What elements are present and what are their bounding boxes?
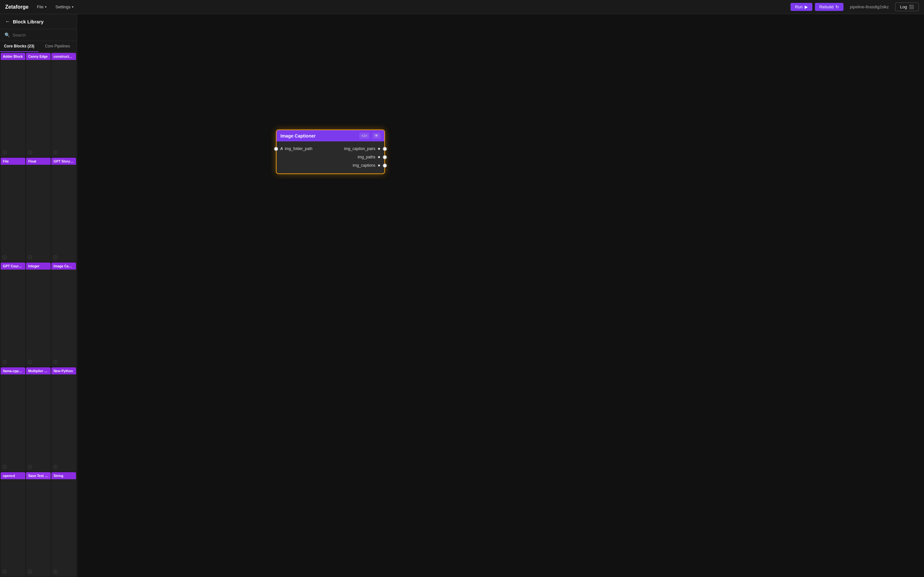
search-input[interactable]: [13, 33, 72, 37]
port-right-img-paths: img_paths ★: [358, 155, 384, 159]
block-gpt-course-label: GPT Course of actions: [1, 263, 25, 269]
block-gpt-story-label: GPT Story Teller: [51, 158, 76, 165]
port-row-img-paths: img_paths ★: [276, 153, 384, 161]
settings-menu[interactable]: Settings ▾: [52, 3, 77, 11]
back-arrow-icon[interactable]: ←: [5, 19, 10, 24]
block-integer[interactable]: Integer ⓘ: [26, 263, 51, 367]
rebuild-label: Rebuild: [819, 5, 834, 9]
tabs: Core Blocks (23) Core Pipelines: [0, 41, 77, 52]
node-actions: </> 👁: [359, 133, 381, 139]
block-gpt-course[interactable]: GPT Course of actions ⓘ: [1, 263, 25, 367]
tab-core-pipelines[interactable]: Core Pipelines: [39, 41, 77, 52]
block-string-label: String: [51, 472, 76, 479]
block-integer-label: Integer: [26, 263, 51, 269]
info-icon: ⓘ: [28, 359, 32, 365]
info-icon: ⓘ: [53, 464, 57, 470]
port-dot-left[interactable]: [274, 147, 278, 151]
search-icon: 🔍: [5, 32, 10, 37]
file-chevron-icon: ▾: [45, 5, 47, 9]
info-icon: ⓘ: [3, 150, 7, 155]
info-icon: ⓘ: [3, 255, 7, 260]
block-save-text[interactable]: Save Text Block ⓘ: [26, 472, 51, 576]
text-type-icon: A: [280, 147, 283, 151]
star-icon: ★: [377, 147, 381, 151]
block-llama[interactable]: llama-cpp-python ⓘ: [1, 367, 25, 472]
log-button[interactable]: Log ⬛: [895, 3, 919, 11]
port-label-img-caption-pairs: img_caption_pairs: [344, 147, 375, 151]
port-label-img-paths: img_paths: [358, 155, 375, 159]
log-icon: ⬛: [909, 5, 914, 9]
run-button[interactable]: Run ▶: [790, 3, 813, 11]
block-save-text-label: Save Text Block: [26, 472, 51, 479]
node-header: Image Captioner </> 👁: [276, 130, 384, 141]
star-icon: ★: [377, 155, 381, 159]
sidebar-title: Block Library: [13, 19, 44, 24]
port-dot-right-img-paths[interactable]: [383, 155, 387, 159]
sidebar: ← Block Library 🔍 Core Blocks (23) Core …: [0, 14, 77, 577]
block-adder-label: Adder Block: [1, 53, 25, 60]
info-icon: ⓘ: [3, 569, 7, 575]
block-file[interactable]: File ⓘ: [1, 158, 25, 262]
block-file-label: File: [1, 158, 25, 165]
info-icon: ⓘ: [28, 150, 32, 155]
eye-action-button[interactable]: 👁: [373, 133, 381, 139]
block-multiplier[interactable]: Multiplier Block ⓘ: [26, 367, 51, 472]
block-construct-label: construct_visualizat...: [51, 53, 76, 60]
file-menu-label: File: [37, 5, 44, 9]
block-adder[interactable]: Adder Block ⓘ: [1, 53, 25, 157]
topnav: Zetaforge File ▾ Settings ▾ Run ▶ Rebuil…: [0, 0, 924, 14]
block-canny[interactable]: Canny Edge ⓘ: [26, 53, 51, 157]
port-row-img-captions: img_captions ★: [276, 161, 384, 169]
block-float[interactable]: Float ⓘ: [26, 158, 51, 262]
info-icon: ⓘ: [53, 569, 57, 575]
info-icon: ⓘ: [28, 255, 32, 260]
run-label: Run: [795, 5, 803, 9]
file-menu[interactable]: File ▾: [34, 3, 50, 11]
node-body: A img_folder_path img_caption_pairs ★ im…: [276, 141, 384, 173]
settings-menu-label: Settings: [55, 5, 71, 9]
block-opencd-label: opencd: [1, 472, 25, 479]
rebuild-refresh-icon: ↻: [835, 5, 839, 9]
info-icon: ⓘ: [28, 569, 32, 575]
pipeline-id: pipeline-8rasdlg2slkz: [846, 5, 893, 9]
info-icon: ⓘ: [53, 150, 57, 155]
log-label: Log: [900, 5, 907, 9]
port-right-img-captions: img_captions ★: [352, 163, 384, 168]
rebuild-button[interactable]: Rebuild ↻: [815, 3, 843, 11]
search-box: 🔍: [0, 29, 77, 41]
info-icon: ⓘ: [3, 359, 7, 365]
canvas[interactable]: Image Captioner </> 👁 A img_folder_path: [77, 14, 924, 577]
port-row-img-folder-path: A img_folder_path img_caption_pairs ★: [276, 145, 384, 153]
code-action-button[interactable]: </>: [359, 133, 369, 139]
star-icon: ★: [377, 163, 381, 168]
node-title: Image Captioner: [280, 133, 316, 139]
block-multiplier-label: Multiplier Block: [26, 367, 51, 374]
info-icon: ⓘ: [53, 359, 57, 365]
block-opencd[interactable]: opencd ⓘ: [1, 472, 25, 576]
blocks-grid: Adder Block ⓘ Canny Edge ⓘ construct_vis…: [0, 52, 77, 577]
port-dot-right-img-captions[interactable]: [383, 163, 387, 168]
port-right-img-caption-pairs: img_caption_pairs ★: [344, 147, 384, 151]
brand: Zetaforge: [5, 4, 29, 10]
block-canny-label: Canny Edge: [26, 53, 51, 60]
node-image-captioner[interactable]: Image Captioner </> 👁 A img_folder_path: [276, 129, 385, 174]
port-label-img-folder-path: img_folder_path: [285, 147, 312, 151]
settings-chevron-icon: ▾: [72, 5, 73, 9]
run-play-icon: ▶: [804, 5, 808, 9]
block-new-python-label: New Python: [51, 367, 76, 374]
block-new-python[interactable]: New Python ⓘ: [51, 367, 76, 472]
info-icon: ⓘ: [28, 464, 32, 470]
block-llama-label: llama-cpp-python: [1, 367, 25, 374]
main-layout: ← Block Library 🔍 Core Blocks (23) Core …: [0, 14, 924, 577]
block-image-captioner-label: Image Captioner: [51, 263, 76, 269]
tab-core-blocks[interactable]: Core Blocks (23): [0, 41, 39, 52]
port-dot-right-caption-pairs[interactable]: [383, 147, 387, 151]
block-image-captioner[interactable]: Image Captioner ⓘ: [51, 263, 76, 367]
block-gpt-story[interactable]: GPT Story Teller ⓘ: [51, 158, 76, 262]
sidebar-header: ← Block Library: [0, 14, 77, 29]
block-string[interactable]: String ⓘ: [51, 472, 76, 576]
block-construct[interactable]: construct_visualizat... ⓘ: [51, 53, 76, 157]
info-icon: ⓘ: [3, 464, 7, 470]
block-float-label: Float: [26, 158, 51, 165]
info-icon: ⓘ: [53, 255, 57, 260]
